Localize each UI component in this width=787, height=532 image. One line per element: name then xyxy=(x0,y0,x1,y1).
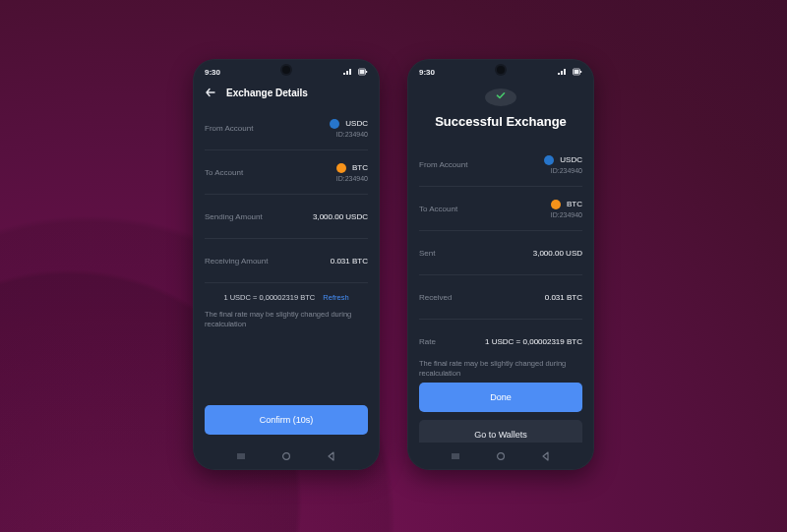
success-badge xyxy=(485,89,516,106)
row-to-account: To Account BTC ID:234940 xyxy=(205,150,368,195)
android-navbar xyxy=(407,443,594,470)
row-sent: Sent 3,000.00 USD xyxy=(419,231,582,275)
refresh-link[interactable]: Refresh xyxy=(323,293,348,302)
svg-rect-6 xyxy=(580,71,581,73)
svg-point-3 xyxy=(283,453,290,460)
row-to-account: To Account BTC ID:234940 xyxy=(419,187,582,231)
receiving-value: 0.031 BTC xyxy=(331,257,368,266)
sending-value: 3,000.00 USDC xyxy=(313,212,368,221)
from-account-label: From Account xyxy=(205,124,253,133)
go-to-wallets-button[interactable]: Go to Wallets xyxy=(419,420,582,443)
signal-icon xyxy=(557,68,569,76)
from-account-label: From Account xyxy=(419,160,467,169)
row-sending-amount: Sending Amount 3,000.00 USDC xyxy=(205,195,368,239)
nav-back-icon[interactable] xyxy=(540,450,552,462)
row-receiving-amount: Receiving Amount 0.031 BTC xyxy=(205,239,368,283)
nav-home-icon[interactable] xyxy=(280,450,292,462)
row-from-account: From Account USDC ID:234940 xyxy=(205,106,368,150)
received-value: 0.031 BTC xyxy=(545,293,582,302)
row-from-account: From Account USDC ID:234940 xyxy=(419,143,582,187)
battery-icon xyxy=(573,68,582,76)
svg-rect-1 xyxy=(360,70,365,74)
svg-point-7 xyxy=(498,453,505,460)
received-label: Received xyxy=(419,293,452,302)
camera-notch xyxy=(282,66,290,74)
nav-home-icon[interactable] xyxy=(495,450,507,462)
back-icon[interactable] xyxy=(205,87,216,98)
rate-text: 1 USDC = 0,00002319 BTC xyxy=(223,293,315,302)
btc-icon xyxy=(551,200,561,209)
success-title: Successful Exchange xyxy=(419,114,582,129)
from-coin-symbol: USDC xyxy=(560,155,582,164)
nav-back-icon[interactable] xyxy=(326,450,337,462)
row-rate: Rate 1 USDC = 0,00002319 BTC xyxy=(419,320,582,359)
stage: 9:30 Exchange Details From Account xyxy=(0,0,787,532)
to-coin-symbol: BTC xyxy=(567,200,582,208)
title-bar: Exchange Details xyxy=(193,83,380,106)
status-time: 9:30 xyxy=(205,68,220,77)
battery-icon xyxy=(358,68,368,76)
to-account-id: ID:234940 xyxy=(336,175,368,182)
svg-rect-2 xyxy=(366,71,367,73)
row-received: Received 0.031 BTC xyxy=(419,275,582,320)
status-time: 9:30 xyxy=(419,68,435,77)
rate-value: 1 USDC = 0,00002319 BTC xyxy=(485,337,582,346)
sent-value: 3,000.00 USD xyxy=(533,249,582,258)
from-account-id: ID:234940 xyxy=(336,131,368,138)
receiving-label: Receiving Amount xyxy=(205,257,268,266)
check-icon xyxy=(494,89,508,106)
android-navbar xyxy=(193,443,380,470)
to-account-id: ID:234940 xyxy=(551,211,582,218)
success-content: Successful Exchange From Account USDC ID… xyxy=(407,83,594,443)
usdc-icon xyxy=(544,155,554,165)
rate-note: The final rate may be slightly changed d… xyxy=(419,359,582,383)
usdc-icon xyxy=(330,119,339,129)
rate-note: The final rate may be slightly changed d… xyxy=(205,310,368,330)
signal-icon xyxy=(342,68,354,76)
confirm-button[interactable]: Confirm (10s) xyxy=(205,405,368,435)
to-account-label: To Account xyxy=(419,205,457,213)
details-content: From Account USDC ID:234940 To Account B… xyxy=(193,106,380,443)
phone-success: 9:30 Successful Exchange From Account xyxy=(407,59,594,470)
camera-notch xyxy=(497,66,505,74)
done-button[interactable]: Done xyxy=(419,383,582,412)
rate-label: Rate xyxy=(419,337,436,346)
nav-recent-icon[interactable] xyxy=(235,450,247,462)
btc-icon xyxy=(336,163,346,173)
from-account-id: ID:234940 xyxy=(551,167,582,174)
phone-exchange-details: 9:30 Exchange Details From Account xyxy=(193,59,380,470)
svg-rect-5 xyxy=(575,70,579,74)
page-title: Exchange Details xyxy=(226,88,308,98)
to-account-label: To Account xyxy=(205,168,243,177)
to-coin-symbol: BTC xyxy=(352,163,368,172)
rate-block: 1 USDC = 0,00002319 BTC Refresh The fina… xyxy=(205,283,368,336)
sending-label: Sending Amount xyxy=(205,212,263,221)
from-coin-symbol: USDC xyxy=(345,119,368,128)
sent-label: Sent xyxy=(419,249,435,258)
nav-recent-icon[interactable] xyxy=(450,450,461,462)
